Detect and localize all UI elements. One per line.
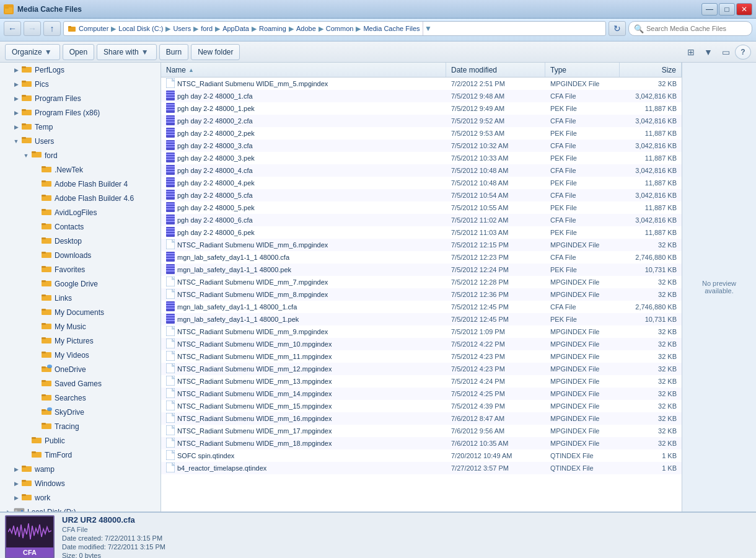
table-row[interactable]: NTSC_Radiant Submenu WIDE_mm_14.mpgindex… [161,388,682,400]
sidebar-item-contacts[interactable]: Contacts [0,219,160,234]
search-input[interactable] [646,25,747,32]
organize-button[interactable]: Organize ▼ [5,44,60,60]
table-row[interactable]: mgn_lab_safety_day1-1_1 48000.pek7/5/201… [161,264,682,276]
table-row[interactable]: NTSC_Radiant Submenu WIDE_mm_18.mpgindex… [161,437,682,450]
table-row[interactable]: pgh day 2-2 48000_6.cfa7/5/2012 11:02 AM… [161,214,682,226]
table-row[interactable]: NTSC_Radiant Submenu WIDE_mm_11.mpgindex… [161,350,682,363]
file-icon [166,91,175,102]
sidebar-item-oneDrive[interactable]: OneDrive [0,362,160,376]
help-button[interactable]: ? [735,45,751,60]
table-row[interactable]: pgh day 2-2 48000_5.pek7/5/2012 10:55 AM… [161,202,682,214]
file-list-header: Name ▲ Date modified Type Size [161,63,682,78]
sidebar-item-tracing[interactable]: Tracing [0,419,160,433]
sidebar-label-avidLogFiles: AvidLogFiles [55,208,97,217]
back-button[interactable]: ← [4,21,21,36]
table-row[interactable]: NTSC_Radiant Submenu WIDE_mm_6.mpgindex7… [161,239,682,251]
table-row[interactable]: pgh day 2-2 48000_1.pek7/5/2012 9:49 AMP… [161,102,682,115]
sidebar-item-myMusic[interactable]: My Music [0,319,160,334]
sidebar-item-public[interactable]: Public [0,433,160,448]
file-cell-type: PEK File [545,204,620,211]
table-row[interactable]: pgh day 2-2 48000_4.cfa7/5/2012 10:48 AM… [161,164,682,177]
close-button[interactable]: ✕ [736,3,752,16]
table-row[interactable]: NTSC_Radiant Submenu WIDE_mm_15.mpgindex… [161,400,682,412]
table-row[interactable]: SOFC spin.qtindex7/20/2012 10:49 AMQTIND… [161,450,682,462]
sidebar-item-newTek[interactable]: .NewTek [0,162,160,177]
table-row[interactable]: pgh day 2-2 48000_2.cfa7/5/2012 9:52 AMC… [161,115,682,127]
sidebar-item-work[interactable]: ▶work [0,490,160,505]
svg-rect-142 [166,326,175,336]
table-row[interactable]: mgn_lab_safety_day1-1_1 48000.cfa7/5/201… [161,251,682,264]
table-row[interactable]: NTSC_Radiant Submenu WIDE_mm_10.mpgindex… [161,338,682,350]
sidebar-item-downloads[interactable]: Downloads [0,248,160,262]
maximize-button[interactable]: □ [719,3,735,16]
sidebar-item-skyDrive[interactable]: SkyDrive [0,405,160,419]
table-row[interactable]: NTSC_Radiant Submenu WIDE_mm_16.mpgindex… [161,412,682,425]
table-row[interactable]: NTSC_Radiant Submenu WIDE_mm_9.mpgindex7… [161,326,682,338]
file-icon [166,277,175,288]
view-dropdown-button[interactable]: ▼ [700,45,716,60]
sidebar-item-links[interactable]: Links [0,291,160,305]
col-header-type[interactable]: Type [545,63,620,77]
new-folder-button[interactable]: New folder [191,44,240,60]
svg-rect-7 [22,81,26,82]
table-row[interactable]: NTSC_Radiant Submenu WIDE_mm_12.mpgindex… [161,363,682,375]
table-row[interactable]: NTSC_Radiant Submenu WIDE_mm_8.mpgindex7… [161,288,682,301]
sidebar-item-ford[interactable]: ▼ford [0,148,160,162]
table-row[interactable]: NTSC_Radiant Submenu WIDE_mm_13.mpgindex… [161,375,682,388]
sidebar-item-avidLogFiles[interactable]: AvidLogFiles [0,205,160,219]
sidebar-item-desktop[interactable]: Desktop [0,234,160,248]
expand-arrow-pics: ▶ [12,81,20,88]
table-row[interactable]: pgh day 2-2 48000_3.cfa7/5/2012 10:32 AM… [161,140,682,152]
sidebar-item-favorites[interactable]: Favorites [0,262,160,277]
sidebar-item-timFord[interactable]: TimFord [0,448,160,462]
refresh-button[interactable]: ↻ [609,21,626,36]
sidebar-item-savedGames[interactable]: Saved Games [0,376,160,391]
sidebar-item-programFiles[interactable]: ▶Program Files [0,91,160,105]
svg-rect-120 [166,228,175,229]
sidebar-item-adobeFlash46[interactable]: Adobe Flash Builder 4.6 [0,191,160,205]
table-row[interactable]: pgh day 2-2 48000_1.cfa7/5/2012 9:48 AMC… [161,90,682,102]
sidebar-item-myPictures[interactable]: My Pictures [0,334,160,348]
sidebar-item-users[interactable]: ▼Users [0,134,160,148]
burn-button[interactable]: Burn [159,44,188,60]
sidebar-item-localDiskD[interactable]: ▶Local Disk (D:) [0,505,160,512]
table-row[interactable]: pgh day 2-2 48000_4.pek7/5/2012 10:48 AM… [161,177,682,189]
view-extra-options-button[interactable]: ⊞ [683,45,699,60]
table-row[interactable]: pgh day 2-2 48000_3.pek7/5/2012 10:33 AM… [161,152,682,164]
table-row[interactable]: pgh day 2-2 48000_6.pek7/5/2012 11:03 AM… [161,226,682,239]
open-button[interactable]: Open [63,44,94,60]
col-header-size[interactable]: Size [620,63,682,77]
sidebar-item-searches[interactable]: Searches [0,391,160,405]
minimize-button[interactable]: — [701,3,718,16]
address-box[interactable]: Computer ▶ Local Disk (C:) ▶ Users ▶ for… [63,21,606,36]
table-row[interactable]: mgn_lab_safety_day1-1_1 48000_1.cfa7/5/2… [161,301,682,313]
address-dropdown[interactable]: ▼ [423,22,434,35]
table-row[interactable]: b4_reactor_timelapse.qtindex7/27/2012 3:… [161,462,682,474]
table-row[interactable]: NTSC_Radiant Submenu WIDE_mm_5.mpgindex7… [161,78,682,90]
sidebar-item-myVideos[interactable]: My Videos [0,348,160,362]
sidebar-item-wamp[interactable]: ▶wamp [0,462,160,476]
table-row[interactable]: pgh day 2-2 48000_5.cfa7/5/2012 10:54 AM… [161,189,682,202]
col-header-name[interactable]: Name ▲ [161,63,446,77]
file-cell-date: 7/5/2012 12:23 PM [446,254,545,261]
sidebar-item-windows[interactable]: ▶Windows [0,476,160,490]
sidebar-item-adobeFlash4[interactable]: Adobe Flash Builder 4 [0,177,160,191]
sidebar-item-perfLogs[interactable]: ▶PerfLogs [0,63,160,77]
sidebar-item-programFilesX86[interactable]: ▶Program Files (x86) [0,105,160,120]
sidebar-item-googleDrive[interactable]: Google Drive [0,277,160,291]
table-row[interactable]: pgh day 2-2 48000_2.pek7/5/2012 9:53 AMP… [161,127,682,140]
table-row[interactable]: NTSC_Radiant Submenu WIDE_mm_7.mpgindex7… [161,276,682,288]
file-cell-size: 32 KB [620,427,682,435]
share-button[interactable]: Share with ▼ [97,44,157,60]
forward-button[interactable]: → [24,21,41,36]
search-box[interactable]: 🔍 [628,21,752,36]
sidebar-item-myDocuments[interactable]: My Documents [0,305,160,319]
sidebar-item-pics[interactable]: ▶Pics [0,77,160,91]
expand-arrow-links [32,294,40,302]
preview-pane-button[interactable]: ▭ [718,45,734,60]
table-row[interactable]: mgn_lab_safety_day1-1_1 48000_1.pek7/5/2… [161,313,682,326]
sidebar-item-temp[interactable]: ▶Temp [0,120,160,134]
col-header-date[interactable]: Date modified [446,63,545,77]
table-row[interactable]: NTSC_Radiant Submenu WIDE_mm_17.mpgindex… [161,425,682,437]
up-button[interactable]: ↑ [43,21,61,36]
